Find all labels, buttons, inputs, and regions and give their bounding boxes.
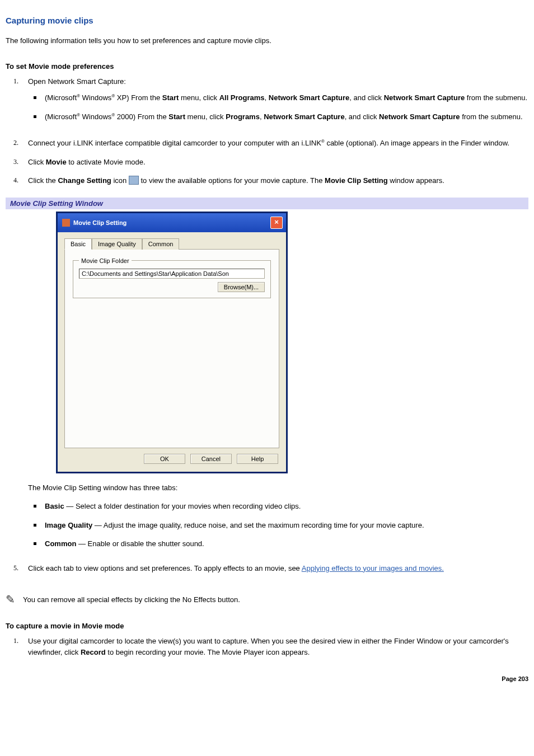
text: — Enable or disable the shutter sound. bbox=[76, 539, 204, 548]
bold: Start bbox=[168, 112, 185, 121]
step-1-bullets: (Microsoft® Windows® XP) From the Start … bbox=[28, 92, 528, 130]
link-applying-effects[interactable]: Applying effects to your images and movi… bbox=[302, 564, 444, 572]
step-1-text: Open Network Smart Capture: bbox=[28, 77, 126, 86]
text: from the submenu. bbox=[465, 93, 527, 102]
ok-button[interactable]: OK bbox=[144, 454, 185, 464]
group-legend: Movie Clip Folder bbox=[79, 257, 132, 264]
folder-path-input[interactable]: C:\Documents and Settings\Star\Applicati… bbox=[79, 269, 265, 279]
dialog-title: Movie Clip Setting bbox=[73, 219, 270, 226]
tab-common[interactable]: Common bbox=[142, 238, 180, 250]
bullet-2000: (Microsoft® Windows® 2000) From the Star… bbox=[28, 111, 528, 130]
dialog-button-row: OK Cancel Help bbox=[64, 448, 279, 465]
text: Click the bbox=[28, 176, 58, 185]
note-row: ✎ You can remove all special effects by … bbox=[6, 593, 528, 606]
bold: Common bbox=[45, 539, 76, 548]
step-marker: 1. bbox=[13, 76, 18, 86]
text: , and click bbox=[349, 93, 383, 102]
text: XP) From the bbox=[115, 93, 162, 102]
bold: Record bbox=[81, 648, 106, 656]
bullet-xp: (Microsoft® Windows® XP) From the Start … bbox=[28, 92, 528, 111]
step-marker: 4. bbox=[13, 175, 18, 185]
text: (Microsoft bbox=[45, 112, 77, 121]
text: menu, click bbox=[185, 112, 226, 121]
tab-desc-basic: Basic — Select a folder destination for … bbox=[28, 501, 528, 520]
text: icon bbox=[111, 176, 129, 185]
capture-step-1: 1. Use your digital camcorder to locate … bbox=[6, 636, 528, 665]
tab-desc-common: Common — Enable or disable the shutter s… bbox=[28, 538, 528, 557]
text: Click bbox=[28, 158, 46, 166]
bold: Start bbox=[162, 93, 179, 102]
text: Connect your i.LINK interface compatible… bbox=[28, 139, 321, 147]
dialog-titlebar: Movie Clip Setting × bbox=[58, 213, 286, 232]
help-button[interactable]: Help bbox=[237, 454, 278, 464]
text: Click each tab to view options and set p… bbox=[28, 564, 302, 572]
tab-content: Movie Clip Folder C:\Documents and Setti… bbox=[64, 250, 279, 448]
preferences-steps-cont: 5. Click each tab to view options and se… bbox=[6, 563, 528, 582]
section-heading: Capturing movie clips bbox=[6, 16, 528, 25]
text: to activate Movie mode. bbox=[67, 158, 146, 166]
bold: Change Setting bbox=[58, 176, 111, 185]
bold: Network Smart Capture bbox=[379, 112, 460, 121]
text: — Adjust the image quality, reduce noise… bbox=[92, 521, 424, 529]
tab-row: Basic Image Quality Common bbox=[64, 238, 279, 250]
figure-caption: Movie Clip Setting Window bbox=[6, 198, 528, 209]
text: (Microsoft bbox=[45, 93, 77, 102]
subheading-capture: To capture a movie in Movie mode bbox=[6, 622, 528, 630]
note-text: You can remove all special effects by cl… bbox=[23, 595, 240, 604]
text: to view the available options for your m… bbox=[139, 176, 325, 185]
bold: Movie bbox=[46, 158, 67, 166]
capture-steps: 1. Use your digital camcorder to locate … bbox=[6, 636, 528, 665]
intro-paragraph: The following information tells you how … bbox=[6, 35, 528, 46]
note-icon: ✎ bbox=[6, 593, 15, 606]
step-5: 5. Click each tab to view options and se… bbox=[6, 563, 528, 582]
dialog-body: Basic Image Quality Common Movie Clip Fo… bbox=[58, 232, 286, 472]
subheading-preferences: To set Movie mode preferences bbox=[6, 62, 528, 71]
close-icon[interactable]: × bbox=[270, 217, 283, 229]
cancel-button[interactable]: Cancel bbox=[190, 454, 232, 464]
text: from the submenu. bbox=[460, 112, 523, 121]
bold: Basic bbox=[45, 502, 64, 510]
bold: Movie Clip Setting bbox=[325, 176, 388, 185]
bold: Programs bbox=[226, 112, 260, 121]
text: 2000) From the bbox=[115, 112, 168, 121]
step-marker: 3. bbox=[13, 157, 18, 167]
text: to begin recording your movie. The Movie… bbox=[106, 648, 310, 656]
app-icon bbox=[62, 219, 70, 227]
step-3: 3. Click Movie to activate Movie mode. bbox=[6, 157, 528, 176]
movie-clip-setting-dialog: Movie Clip Setting × Basic Image Quality… bbox=[56, 212, 288, 473]
tab-descriptions: Basic — Select a folder destination for … bbox=[28, 501, 528, 557]
text: cable (optional). An image appears in th… bbox=[325, 139, 509, 147]
step-marker: 5. bbox=[13, 563, 18, 573]
bold: Image Quality bbox=[45, 521, 92, 529]
text: Windows bbox=[80, 112, 111, 121]
change-setting-icon bbox=[129, 176, 139, 185]
text: menu, click bbox=[179, 93, 219, 102]
step-2: 2. Connect your i.LINK interface compati… bbox=[6, 138, 528, 157]
step-4: 4. Click the Change Setting icon to view… bbox=[6, 175, 528, 194]
tab-desc-image-quality: Image Quality — Adjust the image quality… bbox=[28, 520, 528, 539]
step-marker: 2. bbox=[13, 138, 18, 148]
browse-button[interactable]: Browse(M)... bbox=[218, 282, 265, 292]
bold: Network Smart Capture bbox=[384, 93, 465, 102]
text: , bbox=[265, 93, 269, 102]
bold: Network Smart Capture bbox=[269, 93, 349, 102]
bold: Network Smart Capture bbox=[264, 112, 344, 121]
tabs-intro: The Movie Clip Setting window has three … bbox=[28, 482, 528, 494]
step-1: 1. Open Network Smart Capture: (Microsof… bbox=[6, 76, 528, 138]
text: — Select a folder destination for your m… bbox=[64, 502, 301, 510]
text: Windows bbox=[80, 93, 111, 102]
page-number: Page 203 bbox=[6, 675, 528, 682]
tab-image-quality[interactable]: Image Quality bbox=[92, 238, 142, 250]
bold: All Programs bbox=[219, 93, 265, 102]
text: window appears. bbox=[388, 176, 444, 185]
movie-clip-folder-group: Movie Clip Folder C:\Documents and Setti… bbox=[73, 257, 271, 298]
tab-basic[interactable]: Basic bbox=[64, 238, 92, 250]
text: , and click bbox=[345, 112, 379, 121]
preferences-steps: 1. Open Network Smart Capture: (Microsof… bbox=[6, 76, 528, 194]
step-marker: 1. bbox=[13, 636, 18, 646]
dialog-screenshot: Movie Clip Setting × Basic Image Quality… bbox=[56, 212, 528, 473]
